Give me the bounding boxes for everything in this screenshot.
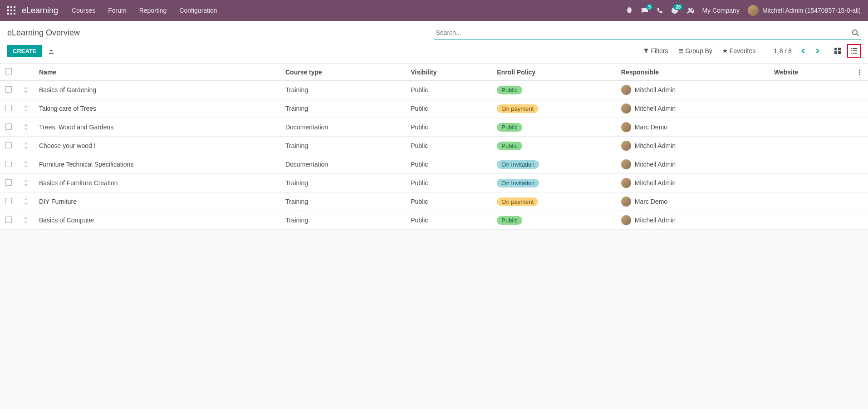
cell-website	[769, 118, 851, 137]
drag-handle-icon[interactable]	[24, 217, 28, 223]
row-checkbox[interactable]	[5, 142, 12, 148]
breadcrumb: eLearning Overview	[7, 28, 434, 38]
cell-responsible: Mitchell Admin	[616, 137, 769, 155]
activities-icon[interactable]: 28	[671, 7, 678, 14]
search-input[interactable]	[434, 26, 861, 39]
cell-responsible: Mitchell Admin	[616, 174, 769, 192]
cell-enroll-policy: On Invitation	[491, 155, 615, 174]
user-name: Mitchell Admin (15470857-15-0-all)	[762, 7, 861, 14]
cell-visibility: Public	[405, 99, 491, 118]
row-checkbox[interactable]	[5, 198, 12, 204]
svg-rect-11	[853, 53, 857, 54]
cell-website	[769, 81, 851, 99]
filters-button[interactable]: Filters	[643, 47, 668, 54]
group-by-button[interactable]: Group By	[678, 47, 712, 54]
col-visibility[interactable]: Visibility	[405, 64, 491, 81]
svg-rect-5	[838, 51, 841, 54]
responsible-avatar-icon	[621, 122, 631, 132]
menu-courses[interactable]: Courses	[72, 7, 95, 14]
svg-rect-3	[838, 48, 841, 50]
cell-name: Basics of Computer	[34, 211, 280, 230]
topbar-right: 5 28 My Company Mitchell Admin (15470857…	[626, 5, 861, 16]
optional-columns-button[interactable]: ⋮	[851, 64, 868, 81]
drag-handle-icon[interactable]	[24, 198, 28, 205]
table-row[interactable]: Basics of Furniture CreationTrainingPubl…	[0, 174, 868, 192]
table-row[interactable]: Furniture Technical SpecificationsDocume…	[0, 155, 868, 174]
svg-rect-9	[853, 50, 857, 51]
cell-enroll-policy: On payment	[491, 192, 615, 211]
drag-handle-icon[interactable]	[24, 161, 28, 168]
export-button[interactable]	[48, 48, 54, 54]
responsible-avatar-icon	[621, 85, 631, 95]
cell-visibility: Public	[405, 192, 491, 211]
menu-forum[interactable]: Forum	[108, 7, 126, 14]
apps-icon[interactable]	[7, 6, 15, 15]
select-all-checkbox[interactable]	[5, 68, 12, 74]
list-view-button[interactable]	[847, 44, 861, 58]
row-checkbox[interactable]	[5, 123, 12, 130]
col-website[interactable]: Website	[769, 64, 851, 81]
company-selector[interactable]: My Company	[702, 7, 739, 14]
cell-responsible: Mitchell Admin	[616, 81, 769, 99]
pager-next-button[interactable]	[813, 46, 822, 55]
pager-prev-button[interactable]	[799, 46, 808, 55]
messages-icon[interactable]: 5	[641, 7, 648, 14]
menu-configuration[interactable]: Configuration	[179, 7, 217, 14]
phone-icon[interactable]	[657, 7, 663, 14]
search-icon[interactable]	[852, 29, 859, 36]
drag-handle-icon[interactable]	[24, 180, 28, 186]
table-row[interactable]: DIY FurnitureTrainingPublicOn paymentMar…	[0, 192, 868, 211]
create-button[interactable]: CREATE	[7, 45, 42, 57]
responsible-avatar-icon	[621, 197, 631, 207]
debug-icon[interactable]	[626, 7, 633, 14]
cell-course-type: Documentation	[280, 155, 405, 174]
menu-reporting[interactable]: Reporting	[139, 7, 167, 14]
row-checkbox[interactable]	[5, 179, 12, 186]
star-icon	[722, 48, 728, 54]
table-row[interactable]: Taking care of TreesTrainingPublicOn pay…	[0, 99, 868, 118]
col-course-type[interactable]: Course type	[280, 64, 405, 81]
table-row[interactable]: Basics of ComputerTrainingPublicPublicMi…	[0, 211, 868, 230]
row-checkbox[interactable]	[5, 105, 12, 111]
drag-handle-icon[interactable]	[24, 124, 28, 130]
drag-handle-icon[interactable]	[24, 105, 28, 112]
cell-website	[769, 192, 851, 211]
enroll-badge: Public	[497, 142, 522, 150]
col-responsible[interactable]: Responsible	[616, 64, 769, 81]
enroll-badge: On payment	[497, 197, 538, 206]
drag-handle-icon[interactable]	[24, 143, 28, 149]
row-checkbox[interactable]	[5, 161, 12, 167]
kanban-view-button[interactable]	[831, 44, 844, 58]
cell-visibility: Public	[405, 155, 491, 174]
cell-responsible: Mitchell Admin	[616, 155, 769, 174]
table-row[interactable]: Trees, Wood and GardensDocumentationPubl…	[0, 118, 868, 137]
cell-responsible: Marc Demo	[616, 192, 769, 211]
col-enroll-policy[interactable]: Enroll Policy	[491, 64, 615, 81]
app-brand[interactable]: eLearning	[22, 6, 58, 15]
cell-visibility: Public	[405, 174, 491, 192]
col-name[interactable]: Name	[34, 64, 280, 81]
favorites-button[interactable]: Favorites	[722, 47, 756, 54]
cell-visibility: Public	[405, 118, 491, 137]
svg-rect-10	[851, 53, 852, 54]
drag-handle-icon[interactable]	[24, 87, 28, 93]
table-row[interactable]: Basics of GardeningTrainingPublicPublicM…	[0, 81, 868, 99]
table-row[interactable]: Choose your wood !TrainingPublicPublicMi…	[0, 137, 868, 155]
cell-name: Taking care of Trees	[34, 99, 280, 118]
pager-text[interactable]: 1-8 / 8	[774, 47, 792, 54]
responsible-avatar-icon	[621, 215, 631, 225]
cell-responsible: Mitchell Admin	[616, 211, 769, 230]
cell-course-type: Training	[280, 192, 405, 211]
svg-line-1	[857, 34, 858, 36]
kanban-icon	[834, 47, 841, 54]
tools-icon[interactable]	[687, 7, 694, 14]
cell-website	[769, 174, 851, 192]
cell-name: Choose your wood !	[34, 137, 280, 155]
enroll-badge: Public	[497, 123, 522, 132]
row-checkbox[interactable]	[5, 217, 12, 223]
cell-course-type: Training	[280, 99, 405, 118]
row-checkbox[interactable]	[5, 86, 12, 93]
view-switcher	[831, 44, 861, 58]
cell-visibility: Public	[405, 81, 491, 99]
user-menu[interactable]: Mitchell Admin (15470857-15-0-all)	[748, 5, 861, 16]
